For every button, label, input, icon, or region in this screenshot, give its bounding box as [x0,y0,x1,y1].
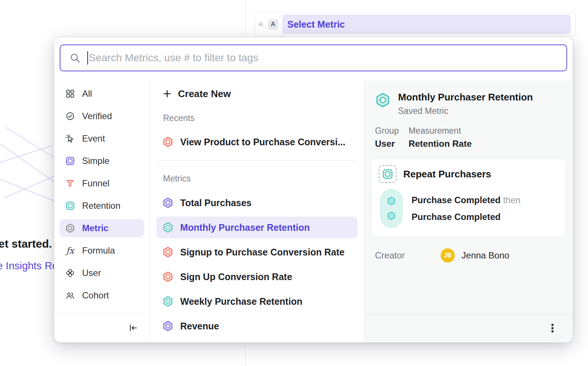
dashed-retention-icon [379,165,397,183]
preview-subtitle: Saved Metric [398,106,533,116]
funnel-metric-icon [162,136,173,148]
definition-title: Repeat Purchasers [403,168,491,180]
sidebar-item-event[interactable]: Event [60,130,144,148]
definition-step-2: Purchase Completed [412,212,520,222]
formula-icon: ƒx [65,246,75,255]
metric-item-label: Signup to Purchase Conversion Rate [180,247,344,258]
sidebar-item-label: Simple [82,156,109,166]
event-sequence-capsule [380,189,403,228]
filter-sidebar: All Verified Event Simple Funnel [54,80,150,342]
insights-report-link[interactable]: e Insights Re [0,260,58,272]
sidebar-item-label: Formula [82,245,115,256]
metric-item-label: Weekly Purchase Retention [180,296,302,307]
collapse-sidebar-button[interactable] [128,323,138,333]
group-value: User [375,139,399,149]
sidebar-item-label: Funnel [82,178,109,189]
verified-badge-icon [65,111,75,121]
measurement-label: Measurement [409,126,472,136]
retention-metric-icon [375,92,391,108]
metric-picker-modal: All Verified Event Simple Funnel [54,37,573,342]
text-caret [87,51,88,65]
sidebar-item-metric[interactable]: Metric [60,219,144,237]
funnel-metric-icon [162,246,173,258]
recent-item-label: View Product to Purchase Conversi... [180,137,345,148]
creator-avatar: JB [441,248,455,263]
metric-item-label: Sign Up Conversion Rate [180,272,292,282]
metric-item-label: Total Purchases [180,198,251,208]
create-new-label: Create New [178,88,231,100]
preview-title: Monthly Purchaser Retention [398,92,533,103]
select-metric-label: Select Metric [287,19,345,30]
sidebar-item-label: User [82,268,101,278]
sidebar-item-label: All [82,89,92,99]
retention-metric-icon [162,222,173,233]
select-metric-field[interactable]: Select Metric [282,15,571,34]
preview-footer: ⋮ [365,314,572,342]
funnel-icon [65,179,75,188]
simple-metric-icon [162,197,173,208]
sidebar-item-verified[interactable]: Verified [60,107,144,125]
collapse-left-icon [128,323,138,333]
metric-list-item[interactable]: Weekly Purchase Retention [156,291,357,312]
grid-icon [65,89,75,99]
sidebar-item-all[interactable]: All [60,85,144,103]
search-input[interactable] [89,52,560,64]
metric-hexagon-icon [65,223,75,233]
metric-list-item-selected[interactable]: Monthly Purchaser Retention [156,217,357,238]
metric-list-item[interactable]: Signup to Purchase Conversion Rate [156,241,357,263]
sidebar-item-formula[interactable]: ƒx Formula [60,242,144,260]
metric-item-label: Revenue [180,321,219,332]
event-hexagon-icon [387,196,396,206]
search-icon [69,52,81,63]
metric-preview-panel: Monthly Purchaser Retention Saved Metric… [365,80,572,342]
series-letter-badge: A [268,19,278,30]
cohort-people-icon [65,291,75,300]
user-flower-icon [65,268,75,278]
creator-name: Jenna Bono [462,250,509,261]
drag-handle-icon[interactable] [257,21,264,28]
definition-step-1: Purchase Completed then [412,195,520,205]
sidebar-item-cohort[interactable]: Cohort [60,286,144,304]
section-divider [156,160,357,161]
creator-label: Creator [375,250,405,261]
metric-list-item[interactable]: Sign Up Conversion Rate [156,266,357,288]
event-hexagon-icon [387,211,396,221]
more-options-button[interactable]: ⋮ [547,323,558,334]
sidebar-item-retention[interactable]: Retention [60,197,144,215]
event-cursor-icon [65,134,75,143]
plus-icon [162,89,172,99]
sidebar-item-label: Cohort [82,290,109,301]
create-new-button[interactable]: Create New [150,85,364,103]
recent-item[interactable]: View Product to Purchase Conversi... [156,131,357,153]
retention-icon [65,201,75,211]
metrics-header: Metrics [150,173,364,184]
measurement-value: Retention Rate [409,139,472,149]
sidebar-item-user[interactable]: User [60,264,144,282]
recents-header: Recents [150,112,364,124]
sidebar-item-simple[interactable]: Simple [60,152,144,170]
background-heading: et started. [0,238,52,250]
metric-item-label: Monthly Purchaser Retention [180,222,310,233]
group-meta: Group User [375,126,399,149]
select-metric-bar: A Select Metric [255,12,576,36]
measurement-meta: Measurement Retention Rate [409,126,472,149]
group-label: Group [375,126,399,136]
metric-list-item[interactable]: Total Purchases [156,192,357,214]
search-box[interactable] [60,44,567,71]
sidebar-item-label: Verified [82,111,112,121]
definition-card: Repeat Purchasers Purchase Completed the… [371,158,566,237]
sidebar-item-label: Retention [82,201,121,211]
simple-metric-icon [162,320,173,332]
funnel-metric-icon [162,271,173,282]
creator-row: Creator JB Jenna Bono [365,248,572,263]
sidebar-item-funnel[interactable]: Funnel [60,174,144,192]
metric-list-column: Create New Recents View Product to Purch… [150,80,365,342]
simple-metric-icon [65,156,75,166]
sidebar-item-label: Event [82,133,105,144]
sidebar-item-label: Metric [82,223,109,233]
retention-metric-icon [162,296,173,307]
metric-list-item[interactable]: Revenue [156,315,357,337]
